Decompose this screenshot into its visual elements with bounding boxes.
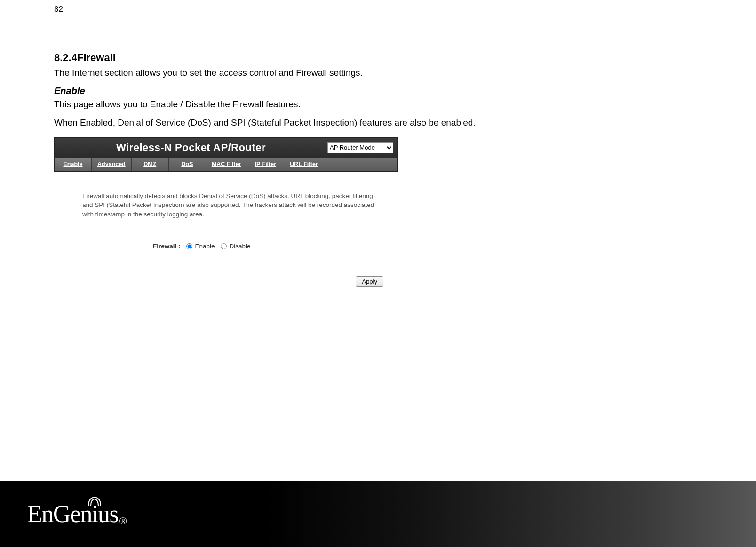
- tab-url-filter[interactable]: URL Filter: [284, 158, 324, 171]
- mode-select-wrap: AP Router Mode: [327, 142, 397, 153]
- section-title: Firewall: [77, 52, 116, 63]
- subsection-body-1: This page allows you to Enable / Disable…: [54, 98, 702, 111]
- subsection-heading: Enable: [54, 86, 702, 96]
- tab-enable[interactable]: Enable: [55, 158, 92, 171]
- router-header-bar: Wireless-N Pocket AP/Router AP Router Mo…: [54, 137, 398, 158]
- tab-advanced[interactable]: Advanced: [92, 158, 132, 171]
- firewall-enable-text: Enable: [195, 243, 215, 250]
- section-number: 8.2.4: [54, 52, 77, 63]
- firewall-enable-radio[interactable]: [186, 243, 192, 249]
- tab-dmz[interactable]: DMZ: [132, 158, 169, 171]
- registered-mark: ®: [119, 516, 126, 526]
- tab-mac-filter[interactable]: MAC Filter: [206, 158, 247, 171]
- router-description-text: Firewall automatically detects and block…: [54, 172, 398, 219]
- logo-letter: e: [70, 502, 80, 526]
- section-intro: The Internet section allows you to set t…: [54, 67, 702, 79]
- apply-button-row: Apply: [54, 250, 398, 291]
- document-page: 82 8.2.4Firewall The Internet section al…: [0, 0, 756, 547]
- subsection-body-2: When Enabled, Denial of Service (DoS) an…: [54, 117, 702, 129]
- apply-button[interactable]: Apply: [356, 276, 383, 287]
- tab-ip-filter[interactable]: IP Filter: [247, 158, 284, 171]
- logo-letter: s: [109, 502, 118, 526]
- firewall-disable-text: Disable: [230, 243, 251, 250]
- firewall-disable-option[interactable]: Disable: [221, 243, 251, 250]
- firewall-enable-option[interactable]: Enable: [186, 243, 215, 250]
- router-title: Wireless-N Pocket AP/Router: [55, 142, 327, 154]
- brand-footer: EnGeni us®: [0, 481, 756, 547]
- tab-dos[interactable]: DoS: [169, 158, 206, 171]
- logo-letter: n: [41, 502, 53, 526]
- logo-letter-antenna: i: [92, 502, 98, 526]
- antenna-icon: [87, 494, 103, 507]
- firewall-setting-row: Firewall : Enable Disable: [54, 219, 398, 250]
- logo-letter: G: [53, 502, 70, 526]
- firewall-disable-radio[interactable]: [221, 243, 227, 249]
- section-heading: 8.2.4Firewall: [54, 52, 702, 64]
- page-number: 82: [54, 5, 702, 14]
- engenius-logo: EnGeni us®: [27, 502, 126, 526]
- mode-select[interactable]: AP Router Mode: [327, 142, 393, 153]
- logo-letter: E: [27, 502, 41, 526]
- router-tab-bar: Enable Advanced DMZ DoS MAC Filter IP Fi…: [54, 158, 398, 172]
- firewall-label: Firewall :: [153, 243, 181, 250]
- router-ui-screenshot: Wireless-N Pocket AP/Router AP Router Mo…: [54, 137, 398, 291]
